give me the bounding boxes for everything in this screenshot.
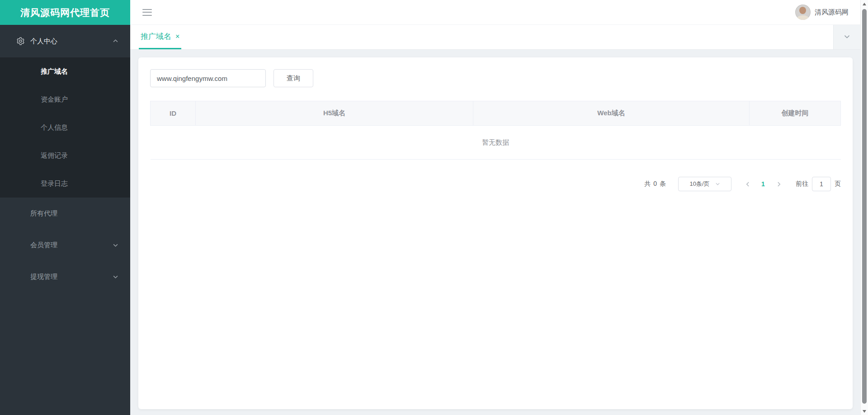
chevron-up-icon (113, 38, 118, 44)
main-area: 清风源码网 推广域名 × 查询 (130, 0, 860, 415)
content-card: 查询 ID H5域名 Web域名 创建时间 暂无数据 (138, 57, 853, 409)
page-number-current[interactable]: 1 (756, 180, 770, 188)
sidebar-item-rebate-records[interactable]: 返佣记录 (0, 141, 130, 170)
app-logo-title: 清风源码网代理首页 (0, 0, 130, 25)
close-icon[interactable]: × (175, 33, 179, 40)
user-menu[interactable]: 清风源码网 (795, 5, 849, 20)
column-header-h5-domain: H5域名 (196, 101, 473, 126)
scrollbar-down-arrow[interactable] (861, 407, 868, 415)
page-size-value: 10条/页 (689, 180, 709, 188)
sidebar-item-label: 登录日志 (41, 179, 68, 188)
sidebar-item-label: 提现管理 (30, 273, 57, 281)
tab-bar: 推广域名 × (130, 25, 860, 50)
tab-label: 推广域名 (141, 31, 171, 42)
column-header-web-domain: Web域名 (473, 101, 750, 126)
sidebar-item-label: 个人信息 (41, 123, 68, 132)
pagination: 共 0 条 10条/页 1 前往 (150, 177, 841, 191)
column-header-id: ID (151, 101, 196, 126)
table-header-row: ID H5域名 Web域名 创建时间 (151, 101, 841, 126)
goto-page-group: 前往 页 (796, 177, 841, 191)
sidebar-item-personal-info[interactable]: 个人信息 (0, 113, 130, 141)
sidebar-item-promo-domain[interactable]: 推广域名 (0, 57, 130, 85)
empty-row: 暂无数据 (151, 126, 841, 160)
pagination-total: 共 0 条 (644, 180, 666, 188)
chevron-down-icon (113, 274, 118, 280)
goto-page-input[interactable] (812, 177, 831, 191)
scrollbar-up-arrow[interactable] (861, 0, 868, 8)
avatar (795, 5, 811, 20)
chevron-down-icon (844, 33, 850, 42)
sidebar-item-member-management[interactable]: 会员管理 (0, 229, 130, 261)
goto-label: 前往 (796, 180, 808, 188)
tab-list-dropdown-button[interactable] (833, 25, 860, 49)
sidebar-item-all-agents[interactable]: 所有代理 (0, 198, 130, 229)
sidebar-item-label: 个人中心 (30, 37, 57, 46)
empty-data-text: 暂无数据 (151, 126, 841, 160)
sidebar-item-label: 会员管理 (30, 241, 57, 250)
hamburger-menu-icon[interactable] (142, 9, 152, 16)
gear-icon (16, 37, 25, 46)
query-button[interactable]: 查询 (274, 69, 313, 87)
sidebar-item-funds-account[interactable]: 资金账户 (0, 85, 130, 113)
sidebar-item-personal-center[interactable]: 个人中心 (0, 25, 130, 57)
sidebar: 清风源码网代理首页 个人中心 推广域名 资金账户 (0, 0, 130, 415)
sidebar-item-label: 推广域名 (41, 67, 68, 76)
content-area: 查询 ID H5域名 Web域名 创建时间 暂无数据 (130, 50, 860, 415)
column-header-created-time: 创建时间 (750, 101, 841, 126)
sidebar-item-withdrawal-management[interactable]: 提现管理 (0, 261, 130, 292)
sidebar-item-label: 所有代理 (30, 209, 57, 218)
domain-search-input[interactable] (150, 69, 266, 87)
sidebar-item-label: 资金账户 (41, 95, 68, 104)
top-header: 清风源码网 (130, 0, 860, 25)
search-row: 查询 (150, 69, 841, 87)
sidebar-item-label: 返佣记录 (41, 151, 68, 160)
user-name: 清风源码网 (815, 8, 849, 17)
domains-table: ID H5域名 Web域名 创建时间 暂无数据 (150, 101, 841, 160)
chevron-down-icon (715, 181, 720, 188)
sidebar-nav: 个人中心 推广域名 资金账户 个人信息 返佣记录 登 (0, 25, 130, 292)
sidebar-item-login-logs[interactable]: 登录日志 (0, 170, 130, 198)
page-unit-label: 页 (835, 180, 841, 188)
chevron-down-icon (113, 242, 118, 248)
chevron-right-icon[interactable] (770, 181, 787, 187)
app-window: 清风源码网代理首页 个人中心 推广域名 资金账户 (0, 0, 868, 415)
chevron-left-icon[interactable] (740, 181, 756, 187)
tab-promo-domain[interactable]: 推广域名 × (139, 25, 181, 49)
scrollbar-thumb[interactable] (862, 9, 867, 404)
personal-center-submenu: 推广域名 资金账户 个人信息 返佣记录 登录日志 (0, 57, 130, 198)
window-scrollbar[interactable] (860, 0, 868, 415)
page-size-select[interactable]: 10条/页 (678, 177, 731, 191)
